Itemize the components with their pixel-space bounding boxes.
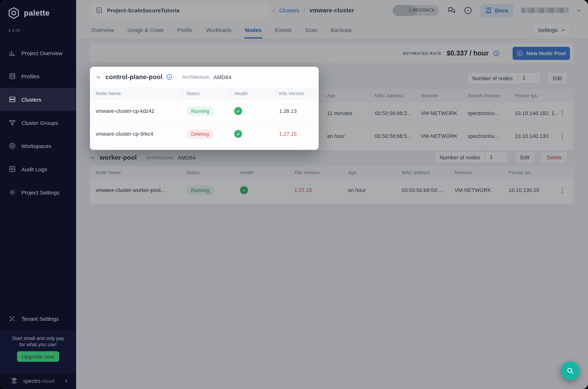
magnifier-icon bbox=[566, 366, 575, 375]
architecture-label: Architecture: bbox=[182, 74, 210, 80]
pool-title: control-plane-pool bbox=[106, 73, 162, 81]
tools-icon bbox=[9, 315, 16, 322]
sidebar-item-cluster-groups[interactable]: Cluster Groups bbox=[0, 111, 76, 134]
control-plane-pool-header: control-plane-pool Architecture: AMD64 bbox=[90, 67, 319, 87]
sidebar-item-label: Cluster Groups bbox=[21, 120, 58, 126]
node-name: vmware-cluster-cp-kdz42 bbox=[96, 108, 186, 114]
sidebar-item-label: Project Overview bbox=[21, 50, 62, 56]
sidebar-item-project-overview[interactable]: Project Overview bbox=[0, 41, 76, 65]
control-plane-pool-spotlight-card: control-plane-pool Architecture: AMD64 N… bbox=[90, 67, 319, 150]
brand-name: palette bbox=[24, 9, 50, 17]
brand-logo: palette bbox=[7, 6, 50, 20]
cluster-list-icon bbox=[9, 96, 16, 103]
app-window: palette 4.4.20 Project Overview Profiles bbox=[0, 0, 588, 389]
sidebar-item-label: Audit Logs bbox=[21, 166, 47, 172]
col-status: Status bbox=[186, 91, 234, 96]
spectro-cloud-logo-icon bbox=[9, 376, 19, 386]
main-area: Project-ScaleSecureTutoria / Clusters / … bbox=[76, 0, 588, 389]
chevron-down-icon[interactable] bbox=[96, 74, 101, 80]
k8s-version: 1.28.13 bbox=[279, 108, 313, 114]
tenant-settings-label: Tenant Settings bbox=[21, 316, 59, 322]
promo-text: Start small and only pay for what you us… bbox=[0, 335, 76, 348]
status-badge: Deleting bbox=[186, 129, 214, 139]
palette-hexagon-icon bbox=[7, 6, 20, 20]
gear-icon bbox=[9, 189, 16, 196]
col-k8s-version: K8s Version bbox=[279, 91, 313, 96]
architecture-value: AMD64 bbox=[214, 74, 232, 80]
sidebar-item-clusters[interactable]: Clusters bbox=[0, 88, 76, 111]
sidebar-nav: Project Overview Profiles Clusters Clust… bbox=[0, 41, 76, 204]
footer-brand: spectrocloud bbox=[23, 378, 54, 384]
node-name: vmware-cluster-cp-9rkc4 bbox=[96, 131, 186, 137]
sidebar-item-project-settings[interactable]: Project Settings bbox=[0, 181, 76, 204]
magnifier-doc-icon bbox=[9, 165, 16, 173]
info-icon[interactable] bbox=[166, 74, 172, 80]
sidebar: palette 4.4.20 Project Overview Profiles bbox=[0, 0, 76, 389]
col-node-name: Node Name bbox=[96, 91, 186, 96]
target-icon bbox=[9, 142, 16, 150]
col-health: Health bbox=[234, 91, 279, 96]
sidebar-item-audit-logs[interactable]: Audit Logs bbox=[0, 158, 76, 181]
table-header-row: Node Name Status Health K8s Version bbox=[90, 87, 319, 99]
layers-icon bbox=[9, 73, 16, 80]
status-badge: Running bbox=[186, 106, 214, 116]
search-fab[interactable] bbox=[561, 361, 580, 380]
k8s-version: 1.27.15 bbox=[279, 131, 313, 137]
bar-chart-icon bbox=[9, 49, 16, 57]
app-version: 4.4.20 bbox=[8, 28, 20, 33]
table-row: vmware-cluster-cp-kdz42 Running 1.28.13 bbox=[90, 99, 319, 122]
sidebar-item-label: Profiles bbox=[21, 73, 39, 79]
sidebar-item-profiles[interactable]: Profiles bbox=[0, 65, 76, 88]
upgrade-now-button[interactable]: Upgrade now bbox=[17, 351, 59, 362]
health-check-icon bbox=[234, 130, 242, 138]
sidebar-item-workspaces[interactable]: Workspaces bbox=[0, 134, 76, 158]
health-check-icon bbox=[234, 107, 242, 115]
sidebar-item-label: Project Settings bbox=[21, 189, 59, 195]
sidebar-item-label: Clusters bbox=[21, 96, 41, 102]
table-row: vmware-cluster-cp-9rkc4 Deleting 1.27.15 bbox=[90, 122, 319, 145]
collapse-sidebar-icon[interactable] bbox=[64, 379, 69, 384]
sidebar-footer: spectrocloud bbox=[0, 372, 76, 389]
upgrade-promo: Start small and only pay for what you us… bbox=[0, 331, 76, 372]
nodes-network-icon bbox=[9, 119, 16, 126]
sidebar-item-tenant-settings[interactable]: Tenant Settings bbox=[0, 311, 76, 326]
sidebar-item-label: Workspaces bbox=[21, 143, 51, 149]
tour-dim-overlay bbox=[76, 0, 588, 389]
